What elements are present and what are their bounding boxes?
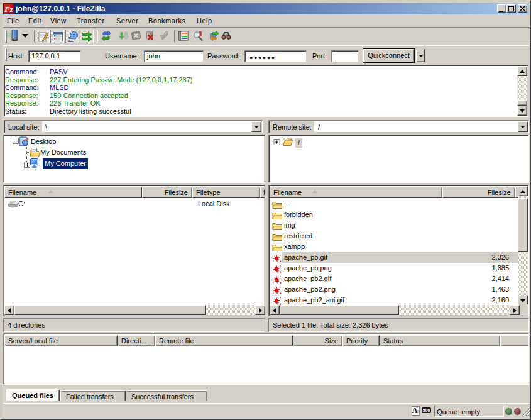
svg-text:Fz: Fz (4, 4, 14, 14)
